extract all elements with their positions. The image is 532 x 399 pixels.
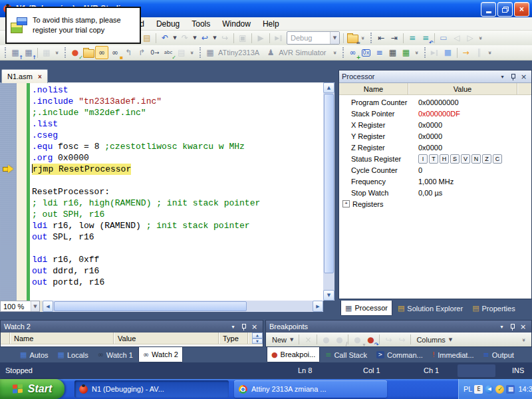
code-line[interactable]: ldi r16, 0xff	[32, 254, 323, 265]
toolbar-overflow-icon[interactable]: »	[331, 47, 340, 59]
undo-dropdown-icon[interactable]: ▼	[172, 31, 178, 45]
processor-row[interactable]: Z Register0x0000	[339, 142, 531, 153]
columns-button[interactable]: Columns▼	[413, 333, 456, 346]
column-header-value[interactable]: Value	[408, 83, 517, 94]
go-to-source-icon[interactable]: ↪	[382, 333, 395, 346]
code-line[interactable]: .org 0x0000	[32, 152, 323, 164]
menu-debug[interactable]: Debug	[150, 18, 186, 30]
paste-icon[interactable]: ▤	[140, 31, 154, 45]
columns-button-dropdown-icon[interactable]: ▼	[449, 337, 452, 342]
device-chip-icon[interactable]: ▦	[203, 46, 217, 59]
processor-row[interactable]: Frequency1,000 MHz	[339, 176, 531, 187]
code-line[interactable]: .nolist	[32, 84, 323, 96]
toolbar-grip[interactable]	[342, 47, 344, 58]
uncomment-icon[interactable]: ≡↶	[419, 31, 432, 45]
status-flag-t[interactable]: T	[429, 154, 438, 164]
status-flag-h[interactable]: H	[440, 154, 449, 164]
toolbar-overflow-icon[interactable]: »	[413, 47, 422, 59]
code-line[interactable]: out ddrd, r16	[32, 265, 323, 277]
tab-call-stack[interactable]: ≡Call Stack	[321, 347, 371, 362]
code-line[interactable]: out portd, r16	[32, 277, 323, 288]
tray-letter-icon[interactable]: E	[474, 385, 483, 394]
pin-button[interactable]	[508, 72, 518, 81]
new-breakpoint-button[interactable]: New▼	[269, 333, 297, 346]
watch-header-spinner[interactable]: ▲ ▼	[252, 332, 263, 344]
next-bookmark-icon[interactable]: ▷	[464, 31, 477, 45]
code-line[interactable]: .list	[32, 118, 323, 130]
pause-icon[interactable]: ‖	[473, 46, 486, 59]
clock[interactable]: 14:36	[518, 385, 532, 393]
spin-up-icon[interactable]: ▲	[252, 332, 263, 338]
scroll-down-icon[interactable]: ▼	[323, 290, 334, 301]
processor-row[interactable]: Stop Watch0,00 µs	[339, 187, 531, 198]
step-into-icon[interactable]: →	[460, 46, 473, 59]
syntax-check-icon[interactable]: abc✓	[162, 46, 175, 59]
code-line[interactable]: ; ldi r16, high(RAMEND) ; init stack poi…	[32, 198, 323, 209]
import-breakpoints-icon[interactable]: ●↷	[364, 333, 377, 346]
navigate-backward-icon[interactable]: ↩	[198, 31, 211, 45]
document-close-icon[interactable]: ×	[38, 73, 42, 80]
toolbar-grip[interactable]	[65, 47, 66, 58]
horizontal-scroll-thumb[interactable]	[54, 301, 247, 311]
language-indicator[interactable]: PL	[464, 385, 472, 393]
toolbar-overflow-icon[interactable]: »	[520, 334, 529, 346]
window-position-button[interactable]: ▾	[497, 322, 507, 331]
open-file-icon[interactable]	[82, 46, 95, 59]
macro-play-icon[interactable]: ▦↑	[22, 46, 35, 59]
status-flag-c[interactable]: C	[493, 154, 502, 164]
toolbar-grip[interactable]	[370, 33, 372, 43]
code-line[interactable]: ResetProcessor:	[32, 186, 323, 198]
redo-curl-icon[interactable]: ↱	[135, 46, 148, 59]
start-button[interactable]: Start	[0, 379, 65, 399]
breakpoint-margin[interactable]	[0, 82, 17, 301]
debug-target-combo-dropdown-icon[interactable]: ▼	[330, 32, 339, 44]
expand-icon[interactable]: +	[342, 200, 350, 207]
watch-column-name[interactable]: Name	[10, 332, 114, 344]
status-flag-n[interactable]: N	[471, 154, 481, 164]
code-line[interactable]	[32, 243, 323, 254]
tab-solution-explorer[interactable]: ▤Solution Explorer	[394, 301, 467, 316]
go-to-disassembly-icon[interactable]: ↪	[395, 333, 408, 346]
processor-row[interactable]: Cycle Counter0	[339, 164, 531, 176]
watch-column-type[interactable]: Type	[219, 332, 248, 344]
tab-watch-2[interactable]: ∞Watch 2	[138, 347, 183, 362]
tab-autos[interactable]: ▦Autos	[16, 347, 53, 362]
zoom-combo[interactable]: 100 % ▼	[0, 301, 40, 312]
code-line[interactable]: ; out SPH, r16	[32, 209, 323, 220]
scroll-left-icon[interactable]: ◀	[43, 301, 53, 312]
debugger-icon[interactable]: ♟	[264, 46, 277, 59]
redo-dropdown-icon[interactable]: ▼	[192, 31, 198, 45]
new-breakpoint-button-dropdown-icon[interactable]: ▼	[290, 337, 293, 342]
tab-comman[interactable]: >Comman...	[372, 347, 427, 362]
window-layout-icon[interactable]: ▣	[236, 31, 249, 45]
processor-view-icon[interactable]: ▦	[386, 46, 400, 59]
close-button[interactable]: ×	[514, 2, 529, 17]
processor-row[interactable]: Program Counter0x00000000	[339, 96, 531, 108]
toolbar-overflow-icon[interactable]: »	[53, 47, 62, 59]
bookmark-icon[interactable]: ▭	[437, 31, 450, 45]
pin-button[interactable]	[239, 322, 249, 331]
memory-view-icon[interactable]: ≡	[373, 46, 386, 59]
undo-curl-icon[interactable]: ↰	[122, 46, 135, 59]
tab-immediat[interactable]: !Immediat...	[428, 347, 478, 362]
undo-icon[interactable]: ↶	[158, 31, 172, 45]
keyboard-icon[interactable]: ▦	[40, 46, 53, 59]
indent-increase-icon[interactable]: ⇥	[388, 31, 401, 45]
tab-locals[interactable]: ▦Locals	[54, 347, 92, 362]
scroll-up-icon[interactable]: ▲	[323, 82, 334, 93]
column-header-name[interactable]: Name	[339, 83, 408, 94]
tray-hidden-icons-chevron[interactable]: ◀	[485, 385, 493, 394]
processor-row[interactable]: Y Register0x0000	[339, 130, 531, 142]
zoom-dropdown-icon[interactable]: ▼	[31, 301, 39, 311]
stop-icon[interactable]: ■	[442, 46, 455, 59]
vertical-scroll-thumb[interactable]	[324, 94, 334, 273]
find-in-files-icon[interactable]: ∞	[346, 31, 359, 45]
taskbar-task-attiny-2313a-zmiana[interactable]: Attiny 2313A zmiana ...	[234, 380, 387, 398]
status-flag-v[interactable]: V	[461, 154, 470, 164]
io-view-icon[interactable]: ▦	[400, 46, 413, 59]
processor-row[interactable]: X Register0x0000	[339, 119, 531, 130]
toolbar-overflow-icon[interactable]: »	[486, 47, 495, 59]
menu-window[interactable]: Window	[216, 18, 257, 30]
previous-bookmark-icon[interactable]: ◁	[450, 31, 464, 45]
close-button[interactable]: ×	[519, 72, 529, 81]
